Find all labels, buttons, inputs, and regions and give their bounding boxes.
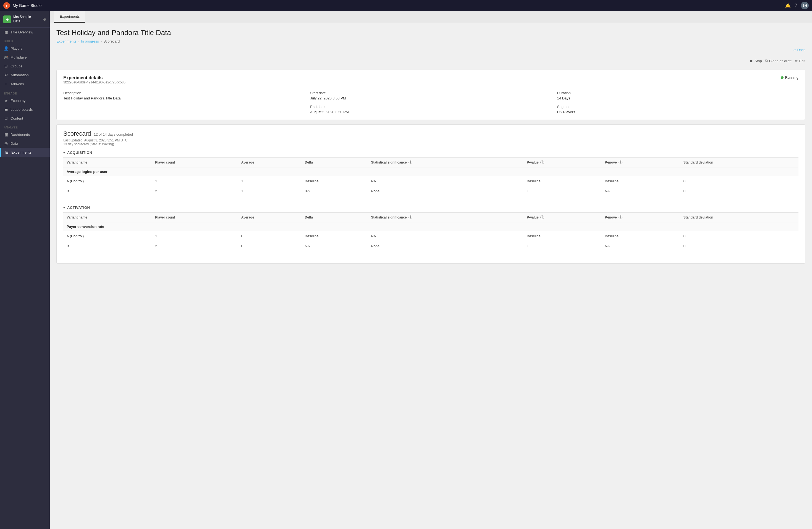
sidebar-item-data[interactable]: ◎ Data [0, 139, 50, 148]
segment-value: US Players [557, 110, 798, 114]
pmove-na-act: NA [601, 241, 680, 251]
sidebar-item-label: Players [11, 46, 23, 50]
end-date-field: End date August 5, 2020 3:50 PM [310, 105, 551, 114]
main-content: Experiments Test Holiday and Pandora Tit… [50, 11, 812, 529]
sidebar-item-economy[interactable]: ◈ Economy [0, 96, 50, 105]
breadcrumb-separator-2: › [101, 39, 102, 43]
sidebar-item-automation[interactable]: ⚙ Automation [0, 71, 50, 79]
sidebar-item-multiplayer[interactable]: 🎮 Multiplayer [0, 53, 50, 62]
studio-name: My Game Studio [13, 3, 42, 8]
duration-field: Duration 14 Days [557, 91, 798, 100]
pmove-info-icon-act[interactable]: i [619, 216, 622, 219]
economy-icon: ◈ [4, 98, 8, 103]
breadcrumb-scorecard: Scorecard [103, 39, 120, 43]
average-1: 1 [238, 176, 302, 186]
col-delta: Delta [302, 158, 368, 167]
acquisition-table-header-row: Variant name Player count Average Delta … [63, 158, 798, 167]
docs-link[interactable]: ↗ Docs [793, 48, 806, 52]
sidebar-item-players[interactable]: 👤 Players [0, 44, 50, 53]
sidebar-item-label: Automation [11, 73, 29, 77]
activation-section-header[interactable]: ▾ ACTIVATION [63, 203, 798, 213]
std-dev-0-act: 0 [680, 231, 798, 241]
stat-sig-info-icon[interactable]: i [408, 161, 412, 164]
stop-button[interactable]: ⏹ Stop [750, 59, 762, 63]
sidebar-item-groups[interactable]: ⊞ Groups [0, 62, 50, 71]
page-title: Test Holiday and Pandora Title Data [56, 28, 806, 37]
scorecard-title: Scorecard [63, 130, 91, 137]
col-delta-act: Delta [302, 213, 368, 222]
scorecard-last-updated: Last updated: August 3, 2020 3:51 PM UTC [63, 138, 798, 142]
stat-sig-info-icon-act[interactable]: i [408, 216, 412, 219]
sidebar-header: ◆ Mrs Sample Data ⚙ [0, 11, 50, 28]
pmove-info-icon[interactable]: i [619, 161, 622, 164]
sidebar-studio-name: Mrs Sample Data [13, 15, 31, 24]
col-pmove: P-move i [601, 158, 680, 167]
clone-icon: ⧉ [765, 59, 768, 63]
sidebar-section-build: BUILD [0, 36, 50, 44]
average-0b-act: 0 [238, 241, 302, 251]
user-avatar[interactable]: SH [801, 2, 809, 10]
pmove-baseline: Baseline [601, 176, 680, 186]
col-player-count-act: Player count [152, 213, 238, 222]
activation-chevron-icon: ▾ [63, 206, 65, 210]
notification-icon[interactable]: 🔔 [785, 3, 791, 8]
col-stat-sig-act: Statistical significance i [367, 213, 523, 222]
settings-icon[interactable]: ⚙ [43, 17, 46, 21]
edit-button[interactable]: ✏ Edit [795, 59, 806, 63]
sidebar-section-analyze: ANALYZE [0, 123, 50, 130]
content-area: Test Holiday and Pandora Title Data Expe… [50, 23, 812, 274]
col-pvalue-act: P-value i [523, 213, 601, 222]
addons-icon: ＋ [4, 82, 8, 87]
experiment-details-title-section: Experiment details 3f2293e6-6dde-4914-b1… [63, 75, 126, 90]
sidebar-item-experiments[interactable]: ⊟ Experiments [0, 148, 50, 157]
experiment-details-header: Experiment details 3f2293e6-6dde-4914-b1… [63, 75, 798, 90]
col-variant-name-act: Variant name [63, 213, 152, 222]
multiplayer-icon: 🎮 [4, 55, 8, 59]
sidebar-item-content[interactable]: □ Content [0, 114, 50, 123]
sidebar-item-dashboards[interactable]: ▦ Dashboards [0, 130, 50, 139]
sidebar-studio-info: ◆ Mrs Sample Data [3, 15, 31, 24]
acquisition-chevron-icon: ▾ [63, 151, 65, 155]
status-badge: Running [781, 75, 798, 79]
variant-b-act: B [63, 241, 152, 251]
start-date-value: July 22, 2020 3:50 PM [310, 96, 551, 100]
tab-experiments[interactable]: Experiments [54, 11, 85, 23]
std-dev-0b: 0 [680, 186, 798, 196]
breadcrumb-inprogress[interactable]: In progress [81, 39, 99, 43]
sidebar-item-title-overview[interactable]: ▦ Title Overview [0, 28, 50, 36]
col-stat-sig: Statistical significance i [367, 158, 523, 167]
scorecard-card: Scorecard 12 of 14 days completed Last u… [56, 124, 806, 264]
app-logo [3, 2, 10, 9]
activation-label: ACTIVATION [67, 206, 90, 210]
acquisition-section-header[interactable]: ▾ ACQUISITION [63, 148, 798, 158]
pvalue-info-icon-act[interactable]: i [540, 216, 544, 219]
description-label: Description [63, 91, 305, 95]
col-pmove-act: P-move i [601, 213, 680, 222]
sidebar-item-label: Economy [11, 99, 26, 103]
metric-name-payer-conversion: Payer conversion rate [63, 222, 798, 231]
sidebar-item-leaderboards[interactable]: ☰ Leaderboards [0, 105, 50, 114]
clone-as-draft-button[interactable]: ⧉ Clone as draft [765, 59, 792, 63]
sidebar-item-addons[interactable]: ＋ Add-ons [0, 79, 50, 89]
sidebar-item-label: Data [11, 142, 18, 146]
metric-name-avg-logins: Average logins per user [63, 167, 798, 176]
tabs-bar: Experiments [50, 11, 812, 23]
table-row: B 2 1 0% None 1 NA 0 [63, 186, 798, 196]
table-row: B 2 0 NA None 1 NA 0 [63, 241, 798, 251]
activation-table: Variant name Player count Average Delta … [63, 213, 798, 251]
breadcrumb-experiments[interactable]: Experiments [56, 39, 76, 43]
stat-sig-none: None [367, 186, 523, 196]
sidebar: ◆ Mrs Sample Data ⚙ ▦ Title Overview BUI… [0, 11, 50, 529]
col-variant-name: Variant name [63, 158, 152, 167]
topbar: My Game Studio 🔔 ? SH [0, 0, 812, 11]
pvalue-info-icon[interactable]: i [540, 161, 544, 164]
table-row: A (Control) 1 0 Baseline NA Baseline Bas… [63, 231, 798, 241]
sidebar-item-label: Leaderboards [11, 107, 33, 112]
duration-label: Duration [557, 91, 798, 95]
stop-icon: ⏹ [750, 59, 753, 63]
stat-sig-na-act: NA [367, 231, 523, 241]
player-count-2: 2 [152, 186, 238, 196]
dashboards-icon: ▦ [4, 132, 8, 137]
sidebar-item-label: Experiments [11, 150, 31, 155]
help-icon[interactable]: ? [795, 3, 797, 8]
